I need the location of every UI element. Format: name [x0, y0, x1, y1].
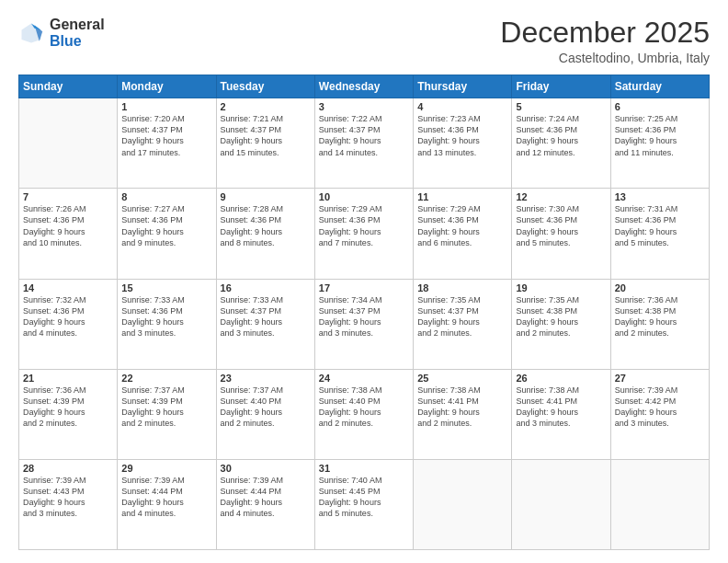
calendar-cell — [19, 98, 118, 189]
day-info: Sunrise: 7:28 AM Sunset: 4:36 PM Dayligh… — [221, 203, 311, 248]
calendar-cell: 19Sunrise: 7:35 AM Sunset: 4:38 PM Dayli… — [512, 279, 610, 369]
day-number: 4 — [417, 101, 507, 112]
calendar-cell: 12Sunrise: 7:30 AM Sunset: 4:36 PM Dayli… — [512, 189, 610, 279]
logo-icon — [18, 20, 44, 46]
logo-blue: Blue — [50, 33, 105, 50]
day-info: Sunrise: 7:38 AM Sunset: 4:40 PM Dayligh… — [319, 385, 409, 430]
calendar-cell: 30Sunrise: 7:39 AM Sunset: 4:44 PM Dayli… — [216, 459, 314, 549]
weekday-header-thursday: Thursday — [414, 75, 512, 98]
calendar-week-row: 7Sunrise: 7:26 AM Sunset: 4:36 PM Daylig… — [19, 189, 710, 279]
calendar-cell: 27Sunrise: 7:39 AM Sunset: 4:42 PM Dayli… — [610, 369, 709, 459]
day-info: Sunrise: 7:34 AM Sunset: 4:37 PM Dayligh… — [319, 294, 409, 339]
day-number: 26 — [516, 373, 606, 384]
day-info: Sunrise: 7:35 AM Sunset: 4:38 PM Dayligh… — [516, 294, 606, 339]
day-info: Sunrise: 7:39 AM Sunset: 4:44 PM Dayligh… — [221, 475, 311, 520]
weekday-header-saturday: Saturday — [610, 75, 709, 98]
calendar-week-row: 1Sunrise: 7:20 AM Sunset: 4:37 PM Daylig… — [19, 98, 710, 189]
calendar-cell: 1Sunrise: 7:20 AM Sunset: 4:37 PM Daylig… — [118, 98, 216, 189]
calendar-cell: 25Sunrise: 7:38 AM Sunset: 4:41 PM Dayli… — [414, 369, 512, 459]
day-info: Sunrise: 7:27 AM Sunset: 4:36 PM Dayligh… — [121, 203, 211, 248]
day-info: Sunrise: 7:31 AM Sunset: 4:36 PM Dayligh… — [615, 203, 705, 248]
day-number: 8 — [121, 191, 211, 202]
weekday-header-row: SundayMondayTuesdayWednesdayThursdayFrid… — [19, 75, 710, 98]
calendar-cell: 18Sunrise: 7:35 AM Sunset: 4:37 PM Dayli… — [414, 279, 512, 369]
day-info: Sunrise: 7:37 AM Sunset: 4:39 PM Dayligh… — [121, 385, 211, 430]
day-number: 28 — [23, 463, 113, 474]
day-number: 6 — [615, 101, 705, 112]
day-number: 31 — [319, 463, 409, 474]
weekday-header-tuesday: Tuesday — [216, 75, 314, 98]
day-number: 11 — [417, 191, 507, 202]
day-info: Sunrise: 7:30 AM Sunset: 4:36 PM Dayligh… — [516, 203, 606, 248]
day-info: Sunrise: 7:20 AM Sunset: 4:37 PM Dayligh… — [121, 113, 211, 158]
day-info: Sunrise: 7:36 AM Sunset: 4:39 PM Dayligh… — [23, 385, 113, 430]
calendar-cell: 13Sunrise: 7:31 AM Sunset: 4:36 PM Dayli… — [610, 189, 709, 279]
day-info: Sunrise: 7:26 AM Sunset: 4:36 PM Dayligh… — [23, 203, 113, 248]
day-number: 19 — [516, 282, 606, 293]
day-info: Sunrise: 7:33 AM Sunset: 4:37 PM Dayligh… — [221, 294, 311, 339]
page: General Blue December 2025 Casteltodino,… — [0, 0, 728, 563]
day-number: 18 — [417, 282, 507, 293]
calendar-cell: 16Sunrise: 7:33 AM Sunset: 4:37 PM Dayli… — [216, 279, 314, 369]
calendar-cell: 31Sunrise: 7:40 AM Sunset: 4:45 PM Dayli… — [314, 459, 413, 549]
calendar-cell: 23Sunrise: 7:37 AM Sunset: 4:40 PM Dayli… — [216, 369, 314, 459]
calendar-cell: 28Sunrise: 7:39 AM Sunset: 4:43 PM Dayli… — [19, 459, 118, 549]
weekday-header-friday: Friday — [512, 75, 610, 98]
day-info: Sunrise: 7:29 AM Sunset: 4:36 PM Dayligh… — [319, 203, 409, 248]
day-number: 22 — [121, 373, 211, 384]
calendar-cell: 20Sunrise: 7:36 AM Sunset: 4:38 PM Dayli… — [610, 279, 709, 369]
calendar-cell: 15Sunrise: 7:33 AM Sunset: 4:36 PM Dayli… — [118, 279, 216, 369]
weekday-header-sunday: Sunday — [19, 75, 118, 98]
month-title: December 2025 — [500, 17, 710, 49]
weekday-header-wednesday: Wednesday — [314, 75, 413, 98]
day-info: Sunrise: 7:24 AM Sunset: 4:36 PM Dayligh… — [516, 113, 606, 158]
day-info: Sunrise: 7:21 AM Sunset: 4:37 PM Dayligh… — [221, 113, 311, 158]
calendar-cell — [512, 459, 610, 549]
day-info: Sunrise: 7:25 AM Sunset: 4:36 PM Dayligh… — [615, 113, 705, 158]
day-info: Sunrise: 7:36 AM Sunset: 4:38 PM Dayligh… — [615, 294, 705, 339]
day-number: 30 — [221, 463, 311, 474]
day-number: 20 — [615, 282, 705, 293]
day-number: 7 — [23, 191, 113, 202]
day-number: 10 — [319, 191, 409, 202]
day-info: Sunrise: 7:23 AM Sunset: 4:36 PM Dayligh… — [417, 113, 507, 158]
day-info: Sunrise: 7:29 AM Sunset: 4:36 PM Dayligh… — [417, 203, 507, 248]
day-info: Sunrise: 7:39 AM Sunset: 4:44 PM Dayligh… — [121, 475, 211, 520]
day-info: Sunrise: 7:32 AM Sunset: 4:36 PM Dayligh… — [23, 294, 113, 339]
day-info: Sunrise: 7:33 AM Sunset: 4:36 PM Dayligh… — [121, 294, 211, 339]
day-number: 2 — [221, 101, 311, 112]
day-number: 3 — [319, 101, 409, 112]
calendar-cell: 29Sunrise: 7:39 AM Sunset: 4:44 PM Dayli… — [118, 459, 216, 549]
day-info: Sunrise: 7:35 AM Sunset: 4:37 PM Dayligh… — [417, 294, 507, 339]
day-number: 5 — [516, 101, 606, 112]
day-info: Sunrise: 7:38 AM Sunset: 4:41 PM Dayligh… — [516, 385, 606, 430]
day-info: Sunrise: 7:22 AM Sunset: 4:37 PM Dayligh… — [319, 113, 409, 158]
calendar-week-row: 14Sunrise: 7:32 AM Sunset: 4:36 PM Dayli… — [19, 279, 710, 369]
day-number: 24 — [319, 373, 409, 384]
calendar-week-row: 28Sunrise: 7:39 AM Sunset: 4:43 PM Dayli… — [19, 459, 710, 549]
calendar-cell: 8Sunrise: 7:27 AM Sunset: 4:36 PM Daylig… — [118, 189, 216, 279]
day-number: 14 — [23, 282, 113, 293]
day-number: 12 — [516, 191, 606, 202]
calendar-cell: 21Sunrise: 7:36 AM Sunset: 4:39 PM Dayli… — [19, 369, 118, 459]
day-number: 13 — [615, 191, 705, 202]
day-number: 29 — [121, 463, 211, 474]
day-number: 15 — [121, 282, 211, 293]
calendar-cell: 5Sunrise: 7:24 AM Sunset: 4:36 PM Daylig… — [512, 98, 610, 189]
calendar-cell — [414, 459, 512, 549]
day-info: Sunrise: 7:40 AM Sunset: 4:45 PM Dayligh… — [319, 475, 409, 520]
day-info: Sunrise: 7:39 AM Sunset: 4:43 PM Dayligh… — [23, 475, 113, 520]
calendar-cell: 4Sunrise: 7:23 AM Sunset: 4:36 PM Daylig… — [414, 98, 512, 189]
location-subtitle: Casteltodino, Umbria, Italy — [500, 51, 710, 65]
logo-general: General — [50, 17, 105, 33]
day-number: 9 — [221, 191, 311, 202]
calendar-cell: 11Sunrise: 7:29 AM Sunset: 4:36 PM Dayli… — [414, 189, 512, 279]
logo: General Blue — [18, 17, 105, 49]
calendar-cell: 24Sunrise: 7:38 AM Sunset: 4:40 PM Dayli… — [314, 369, 413, 459]
header: General Blue December 2025 Casteltodino,… — [18, 17, 710, 65]
calendar-week-row: 21Sunrise: 7:36 AM Sunset: 4:39 PM Dayli… — [19, 369, 710, 459]
calendar-cell: 9Sunrise: 7:28 AM Sunset: 4:36 PM Daylig… — [216, 189, 314, 279]
calendar-cell: 14Sunrise: 7:32 AM Sunset: 4:36 PM Dayli… — [19, 279, 118, 369]
day-number: 25 — [417, 373, 507, 384]
calendar-cell: 17Sunrise: 7:34 AM Sunset: 4:37 PM Dayli… — [314, 279, 413, 369]
